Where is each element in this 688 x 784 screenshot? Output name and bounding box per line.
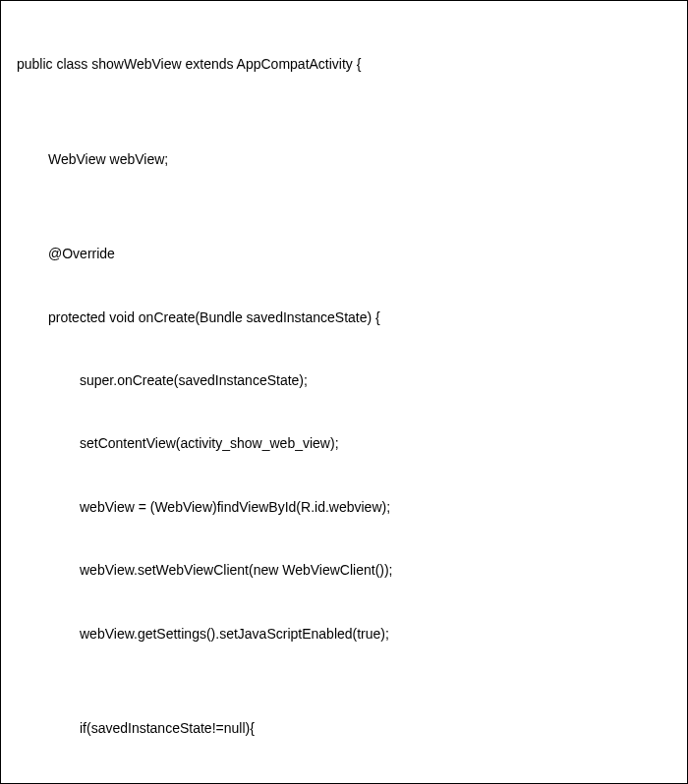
- code-frame: public class showWebView extends AppComp…: [0, 0, 688, 784]
- code-line: @Override: [17, 238, 671, 269]
- code-line: protected void onCreate(Bundle savedInst…: [17, 302, 671, 333]
- code-line: public class showWebView extends AppComp…: [17, 48, 671, 80]
- code-line: super.onCreate(savedInstanceState);: [17, 364, 671, 396]
- code-block: public class showWebView extends AppComp…: [17, 17, 671, 784]
- code-line: webView.setWebViewClient(new WebViewClie…: [17, 554, 671, 586]
- code-line: WebView webView;: [17, 143, 671, 175]
- code-line: webView = (WebView)findViewById(R.id.web…: [17, 491, 671, 523]
- code-line: webView.getSettings().setJavaScriptEnabl…: [17, 618, 671, 649]
- code-line: setContentView(activity_show_web_view);: [17, 427, 671, 459]
- code-line: webView.restoreState(savedInstanceState)…: [17, 776, 671, 785]
- code-line: if(savedInstanceState!=null){: [17, 712, 671, 744]
